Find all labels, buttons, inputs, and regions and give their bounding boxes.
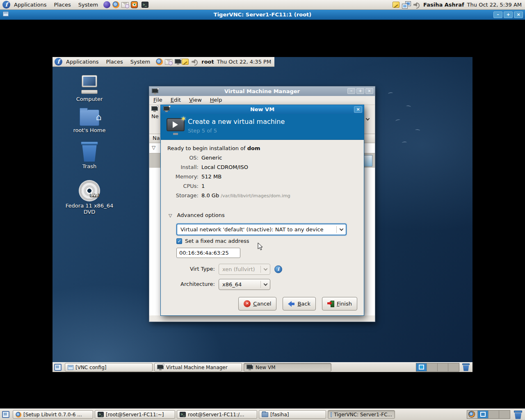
remote-username[interactable]: root bbox=[201, 59, 214, 65]
host-menu-applications[interactable]: Applications bbox=[10, 0, 50, 9]
virt-type-label: Virt Type: bbox=[161, 266, 215, 272]
firefox-launcher-icon[interactable] bbox=[112, 1, 119, 8]
wallpaper-bird bbox=[388, 92, 393, 95]
dialog-close-button[interactable]: × bbox=[354, 106, 362, 113]
eclipse-launcher-icon[interactable] bbox=[103, 1, 110, 8]
fedora-logo-icon[interactable]: f bbox=[55, 58, 62, 66]
vnc-window-titlebar[interactable]: TigerVNC: Server1-FC11:1 (root) – + × bbox=[0, 10, 525, 20]
workspace-3[interactable] bbox=[438, 363, 448, 371]
workspace-4[interactable] bbox=[448, 363, 459, 371]
summary-row-storage: Storage: 8.0 Gb /var/lib/libvirt/images/… bbox=[161, 192, 364, 202]
remote-taskbar: [VNC config] Virtual Machine Manager New… bbox=[52, 362, 472, 372]
terminal-icon: >_ bbox=[98, 412, 104, 417]
taskbar-button-label: New VM bbox=[256, 365, 276, 370]
desktop-icon-dvd[interactable]: DVD Fedora 11 x86_64 DVD bbox=[64, 180, 115, 215]
volume-tray-icon[interactable] bbox=[192, 59, 199, 65]
dialog-body: Ready to begin installation of dom OS: G… bbox=[161, 140, 364, 315]
vmm-close-button[interactable]: × bbox=[365, 88, 373, 94]
taskbar-button-label: TigerVNC: Server1-FC... bbox=[334, 412, 392, 418]
info-icon[interactable]: i bbox=[274, 265, 282, 273]
vmm-menu-edit[interactable]: Edit bbox=[167, 96, 185, 105]
vmm-menu-help[interactable]: Help bbox=[206, 96, 226, 105]
notes-tray-icon[interactable] bbox=[393, 2, 399, 8]
remote-clock[interactable]: Thu Oct 22, 4:35 PM bbox=[217, 59, 271, 65]
remote-desktop: f Applications Places System root Thu Oc… bbox=[52, 57, 472, 372]
fedora-logo-icon[interactable]: f bbox=[2, 1, 10, 9]
desktop-icon-label: Computer bbox=[64, 96, 115, 102]
terminal-icon: >_ bbox=[180, 412, 186, 417]
vnc-window-title: TigerVNC: Server1-FC11:1 (root) bbox=[0, 10, 525, 20]
vnc-minimize-button[interactable]: – bbox=[493, 11, 502, 18]
desktop-icon-computer[interactable]: Computer bbox=[64, 75, 115, 102]
desktop-icon-trash[interactable]: Trash bbox=[64, 142, 115, 169]
dialog-header: ✶ Create a new virtual machine Step 5 of… bbox=[161, 114, 364, 140]
taskbar-button-vnc-config[interactable]: [VNC config] bbox=[65, 363, 153, 372]
terminal-launcher-icon[interactable]: >_ bbox=[142, 2, 148, 8]
cancel-icon: ✕ bbox=[244, 300, 251, 307]
desktop-icon-label: Trash bbox=[64, 163, 115, 169]
summary-value: Generic bbox=[201, 155, 222, 161]
vmm-menu-view[interactable]: View bbox=[185, 96, 206, 105]
vnc-close-button[interactable]: × bbox=[514, 11, 523, 18]
network-monitors-tray-icon[interactable] bbox=[402, 2, 411, 8]
remote-menu-applications[interactable]: Applications bbox=[62, 57, 102, 66]
back-button[interactable]: Back bbox=[283, 297, 316, 310]
remote-menu-system[interactable]: System bbox=[127, 57, 154, 66]
host-menu-system[interactable]: System bbox=[75, 0, 102, 9]
summary-row-cpus: CPUs: 1 bbox=[161, 183, 364, 192]
virt-type-value: xen (fullvirt) bbox=[219, 266, 260, 272]
media-launcher-icon[interactable] bbox=[131, 1, 138, 8]
vmm-minimize-button[interactable]: – bbox=[347, 88, 355, 94]
trash-applet-icon[interactable] bbox=[462, 363, 470, 372]
fixed-mac-checkbox[interactable]: ✓ bbox=[176, 238, 182, 244]
vm-manager-launcher-icon[interactable] bbox=[175, 59, 182, 65]
taskbar-button-label: [VNC config] bbox=[75, 365, 106, 370]
dialog-title: New VM bbox=[161, 105, 364, 114]
taskbar-button-new-vm[interactable]: New VM bbox=[244, 363, 331, 372]
host-username[interactable]: Fasiha Ashraf bbox=[423, 2, 464, 8]
host-clock[interactable]: Thu Oct 22, 5:39 AM bbox=[467, 2, 522, 8]
taskbar-button-fasiha[interactable]: [fasiha] bbox=[259, 410, 326, 419]
taskbar-button-tigervnc[interactable]: TigerVNC: Server1-FC... bbox=[328, 410, 395, 419]
storage-size: 8.0 Gb bbox=[201, 192, 219, 199]
architecture-select[interactable]: x86_64 bbox=[219, 279, 270, 290]
taskbar-button-terminal-home[interactable]: >_ [root@Server1-FC11:~] bbox=[95, 410, 175, 419]
dialog-titlebar[interactable]: New VM × bbox=[161, 105, 364, 114]
notes-tray-icon[interactable] bbox=[182, 59, 189, 65]
email-launcher-icon[interactable] bbox=[165, 59, 172, 65]
desktop-icon-home[interactable]: ⌂ root's Home bbox=[64, 110, 115, 133]
fixed-mac-checkbox-row[interactable]: ✓ Set a fixed mac address bbox=[176, 238, 249, 244]
workspace-2[interactable] bbox=[478, 411, 488, 418]
vm-name: dom bbox=[247, 145, 260, 151]
mac-address-input[interactable]: 00:16:36:4a:63:25 bbox=[176, 248, 240, 258]
show-desktop-icon[interactable] bbox=[54, 364, 62, 371]
new-vm-dialog: New VM × ✶ Create a new virtual machine … bbox=[160, 105, 364, 316]
workspace-2[interactable] bbox=[427, 363, 438, 371]
volume-tray-icon[interactable] bbox=[413, 2, 420, 8]
show-desktop-icon[interactable] bbox=[2, 411, 9, 418]
email-launcher-icon[interactable] bbox=[121, 2, 129, 8]
vmm-view-dropdown-chevron[interactable] bbox=[366, 116, 370, 121]
firefox-launcher-icon[interactable] bbox=[156, 58, 163, 65]
remote-menu-places[interactable]: Places bbox=[102, 57, 126, 66]
finish-button[interactable]: Finish bbox=[322, 297, 357, 310]
workspace-1[interactable] bbox=[416, 363, 427, 371]
ready-text: Ready to begin installation of dom bbox=[167, 145, 260, 151]
workspace-3[interactable] bbox=[488, 411, 499, 418]
workspace-4[interactable] bbox=[499, 411, 510, 418]
vnc-maximize-button[interactable]: + bbox=[504, 11, 513, 18]
network-select[interactable]: Virtual network 'default' (Inactive): NA… bbox=[176, 224, 347, 235]
taskbar-button-vmm[interactable]: Virtual Machine Manager bbox=[154, 363, 242, 372]
vmm-menu-file[interactable]: File bbox=[149, 96, 167, 105]
dialog-header-step: Step 5 of 5 bbox=[188, 128, 217, 134]
vmm-titlebar[interactable]: Virtual Machine Manager – + × bbox=[149, 87, 375, 96]
vmm-maximize-button[interactable]: + bbox=[356, 88, 364, 94]
taskbar-button-terminal-root[interactable]: >_ root@Server1-FC11:/... bbox=[177, 410, 257, 419]
trash-applet-icon[interactable] bbox=[514, 410, 523, 420]
cancel-button[interactable]: ✕ Cancel bbox=[238, 297, 276, 310]
workspace-1[interactable] bbox=[467, 411, 478, 418]
advanced-options-expander[interactable]: ▽ Advanced options bbox=[169, 212, 225, 218]
host-menu-places[interactable]: Places bbox=[50, 0, 74, 9]
window-icon bbox=[331, 412, 332, 417]
taskbar-button-setup-libvirt[interactable]: [Setup Libvirt 0.7.0-6 ... bbox=[13, 410, 93, 419]
